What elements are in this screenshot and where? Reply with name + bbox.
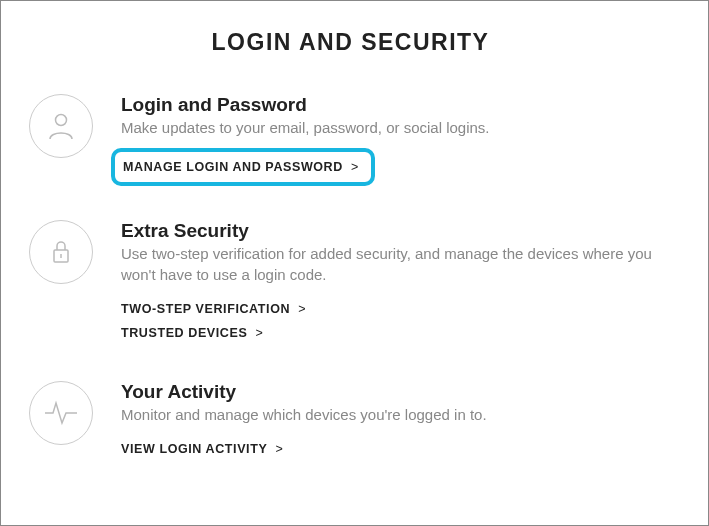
login-title: Login and Password — [121, 94, 672, 116]
section-activity: Your Activity Monitor and manage which d… — [29, 381, 672, 463]
chevron-right-icon: > — [251, 326, 263, 340]
view-login-activity-link[interactable]: VIEW LOGIN ACTIVITY > — [121, 439, 672, 459]
highlight-box: MANAGE LOGIN AND PASSWORD > — [111, 148, 375, 186]
chevron-right-icon: > — [347, 160, 359, 174]
chevron-right-icon: > — [271, 442, 283, 456]
two-step-verification-link[interactable]: TWO-STEP VERIFICATION > — [121, 299, 672, 319]
trusted-devices-link[interactable]: TRUSTED DEVICES > — [121, 323, 672, 343]
section-extra-security: Extra Security Use two-step verification… — [29, 220, 672, 347]
link-label: VIEW LOGIN ACTIVITY — [121, 442, 267, 456]
activity-desc: Monitor and manage which devices you're … — [121, 405, 672, 425]
activity-title: Your Activity — [121, 381, 672, 403]
link-label: TRUSTED DEVICES — [121, 326, 247, 340]
chevron-right-icon: > — [294, 302, 306, 316]
section-login: Login and Password Make updates to your … — [29, 94, 672, 186]
link-label: MANAGE LOGIN AND PASSWORD — [123, 160, 343, 174]
person-icon — [29, 94, 93, 158]
page-title: LOGIN AND SECURITY — [29, 29, 672, 56]
extra-desc: Use two-step verification for added secu… — [121, 244, 672, 285]
link-label: TWO-STEP VERIFICATION — [121, 302, 290, 316]
manage-login-link[interactable]: MANAGE LOGIN AND PASSWORD > — [123, 157, 359, 177]
lock-icon — [29, 220, 93, 284]
extra-title: Extra Security — [121, 220, 672, 242]
svg-point-0 — [56, 115, 67, 126]
login-desc: Make updates to your email, password, or… — [121, 118, 672, 138]
activity-icon — [29, 381, 93, 445]
